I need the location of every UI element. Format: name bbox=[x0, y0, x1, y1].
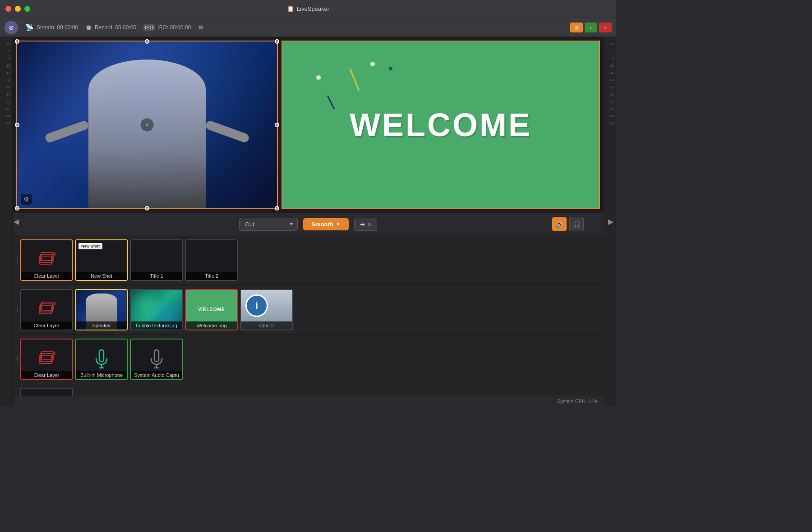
svg-point-18 bbox=[389, 67, 392, 70]
clip-new-shot[interactable]: New Shot New Shot bbox=[75, 239, 128, 281]
lane-2: ✕ Clear Layer Speaker bbox=[13, 285, 604, 335]
clip-sys-audio[interactable]: System Audio Captu bbox=[130, 339, 183, 380]
clip-label-title-1: Title 1 bbox=[131, 272, 182, 280]
iso-status[interactable]: ISO ISO: 00:00:00 bbox=[143, 24, 191, 31]
main-area: ◀ +6 0 -6 -12 -18 -24 -30 -36 -42 -48 -5… bbox=[0, 37, 616, 406]
vu-label: -42 bbox=[0, 98, 10, 105]
status-bar: System CPU: 14% bbox=[13, 396, 604, 406]
send-button[interactable]: ➡ ○ bbox=[354, 218, 377, 231]
clip-label-sys-audio: System Audio Captu bbox=[131, 371, 182, 379]
clip-clear-layer-4[interactable]: ✕ Clear Layer bbox=[20, 388, 73, 396]
crop-handle-tl[interactable] bbox=[15, 39, 19, 44]
clip-bubble[interactable]: bubble texturre.jpg bbox=[130, 289, 183, 330]
svg-point-0 bbox=[316, 75, 321, 80]
clip-title-1[interactable]: Title 1 bbox=[130, 239, 183, 281]
clip-welcome[interactable]: WELCOME Welcome.png bbox=[185, 289, 238, 330]
close-button[interactable] bbox=[5, 6, 11, 12]
minimize-button[interactable] bbox=[15, 6, 21, 12]
lanes-area: ✕ Clear Layer New Shot New Shot bbox=[13, 235, 604, 396]
lane-1-clips: ✕ Clear Layer New Shot New Shot bbox=[20, 239, 238, 281]
layout-btn-2[interactable]: ▪ bbox=[585, 23, 597, 32]
vu-meter-left: ◀ +6 0 -6 -12 -18 -24 -30 -36 -42 -48 -5… bbox=[0, 37, 13, 406]
crop-handle-mr[interactable] bbox=[275, 123, 279, 127]
vu-label: 0 bbox=[0, 48, 10, 55]
clip-label-welcome: Welcome.png bbox=[186, 321, 237, 330]
lane-1-handle[interactable] bbox=[14, 255, 20, 265]
window-mode-controls[interactable]: ▦ ▪ ▪ bbox=[570, 23, 612, 32]
lane-2-handle[interactable] bbox=[14, 305, 20, 314]
vu-label: -30 bbox=[0, 84, 10, 91]
stream-icon: 📡 bbox=[25, 23, 34, 32]
maximize-button[interactable] bbox=[24, 6, 30, 12]
cut-select[interactable]: Cut bbox=[239, 218, 298, 231]
preview-settings-icon[interactable]: ⚙ bbox=[21, 194, 32, 205]
main-preview[interactable]: ✕ ⚙ bbox=[16, 41, 278, 209]
crop-handle-tc[interactable] bbox=[145, 39, 149, 44]
send-arrow-icon: ➡ bbox=[360, 221, 365, 228]
vu-label-r: 0 bbox=[604, 48, 614, 55]
send-circle-icon: ○ bbox=[368, 221, 371, 228]
clip-clear-layer-2[interactable]: ✕ Clear Layer bbox=[20, 289, 73, 330]
iso-time-label: ISO: 00:00:00 bbox=[157, 24, 191, 31]
vu-label: -54 bbox=[0, 113, 10, 120]
vu-label-r: -6 bbox=[604, 55, 614, 62]
layout-btn-1[interactable]: ▦ bbox=[570, 23, 583, 32]
stream-label: Stream: 00:00:00 bbox=[37, 24, 78, 31]
clip-clear-layer-1[interactable]: ✕ Clear Layer bbox=[20, 239, 73, 281]
layout-btn-3[interactable]: ▪ bbox=[599, 23, 612, 32]
vu-label: -12 bbox=[0, 62, 10, 69]
logo-button[interactable]: ⊛ bbox=[5, 21, 18, 34]
crop-handle-bl[interactable] bbox=[15, 206, 19, 211]
cut-select-wrap[interactable]: Cut bbox=[239, 218, 298, 231]
crop-handle-bc[interactable] bbox=[145, 206, 149, 211]
welcome-screen: WELCOME bbox=[282, 41, 599, 208]
vu-label: -48 bbox=[0, 105, 10, 113]
clip-label-clear-2: Clear Layer bbox=[21, 321, 72, 330]
clip-label-clear-3: Clear Layer bbox=[21, 371, 72, 379]
monitor-btn[interactable]: 🖥 bbox=[198, 24, 203, 31]
svg-point-1 bbox=[370, 62, 375, 66]
title-center: 📋 LiveSpeaker bbox=[287, 5, 329, 12]
welcome-thumb-text: WELCOME bbox=[198, 307, 225, 312]
window-controls[interactable] bbox=[5, 6, 30, 12]
clip-speaker[interactable]: Speaker bbox=[75, 289, 128, 330]
headphone-button[interactable]: 🎧 bbox=[569, 217, 584, 231]
clip-clear-layer-3[interactable]: ✕ Clear Layer bbox=[20, 339, 73, 380]
lane-3-handle[interactable] bbox=[14, 354, 20, 364]
lane-3: ✕ Clear Layer bbox=[13, 335, 604, 384]
svg-line-8 bbox=[328, 96, 341, 109]
record-status[interactable]: ⏺ Record: 00:00:00 bbox=[85, 23, 136, 31]
crop-handle-tr[interactable] bbox=[275, 39, 279, 44]
crop-center-handle[interactable]: ✕ bbox=[140, 118, 154, 132]
smooth-button[interactable]: Smooth ▼ bbox=[303, 218, 348, 230]
crop-handle-br[interactable] bbox=[275, 206, 279, 211]
crop-handle-ml[interactable] bbox=[15, 123, 19, 127]
clip-cam2[interactable]: i Cam 2 bbox=[240, 289, 293, 330]
vu-collapse-left[interactable]: ◀ bbox=[14, 217, 19, 226]
audio-controls[interactable]: 🔊 🎧 bbox=[552, 217, 584, 231]
smooth-caret-icon: ▼ bbox=[336, 222, 341, 227]
lane-3-clips: ✕ Clear Layer bbox=[20, 339, 183, 380]
toolbar: ⊛ 📡 Stream: 00:00:00 ⏺ Record: 00:00:00 … bbox=[0, 18, 616, 37]
vu-label-r: -48 bbox=[604, 105, 614, 113]
vu-label-r: -42 bbox=[604, 98, 614, 105]
record-icon: ⏺ bbox=[85, 23, 92, 31]
smooth-label: Smooth bbox=[311, 221, 333, 228]
stream-status[interactable]: 📡 Stream: 00:00:00 bbox=[25, 23, 78, 32]
vu-label-r: -12 bbox=[604, 62, 614, 69]
secondary-preview[interactable]: WELCOME bbox=[281, 41, 600, 209]
headphone-icon: 🎧 bbox=[573, 220, 581, 228]
logo-icon: ⊛ bbox=[9, 24, 14, 31]
clip-mic-builtin[interactable]: Built-in Microphone bbox=[75, 339, 128, 380]
vu-label-r: +6 bbox=[604, 41, 614, 48]
vu-label-r: -60 bbox=[604, 120, 614, 127]
vu-collapse-right[interactable]: ▶ bbox=[608, 217, 614, 226]
clear-layer-thumb-4: ✕ bbox=[21, 389, 72, 396]
clip-label-new-shot: New Shot bbox=[76, 272, 127, 280]
volume-button[interactable]: 🔊 bbox=[552, 217, 567, 231]
clip-label-cam2: Cam 2 bbox=[241, 321, 292, 330]
clip-title-2[interactable]: Title 2 bbox=[185, 239, 238, 281]
welcome-decor bbox=[282, 41, 418, 109]
vu-label: -24 bbox=[0, 77, 10, 84]
app-title: LiveSpeaker bbox=[297, 5, 329, 12]
